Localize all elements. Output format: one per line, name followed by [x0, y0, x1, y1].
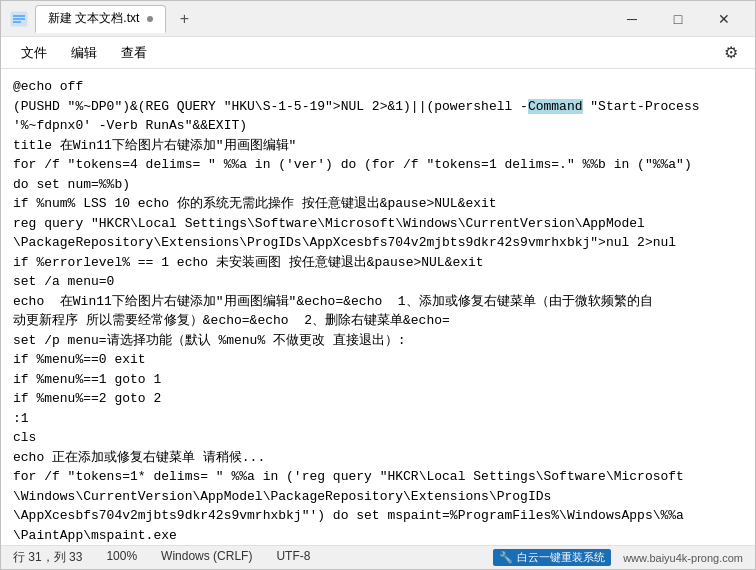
menu-file[interactable]: 文件	[9, 40, 59, 66]
menu-edit[interactable]: 编辑	[59, 40, 109, 66]
menu-bar: 文件 编辑 查看 ⚙	[1, 37, 755, 69]
tab-modified-dot	[147, 16, 153, 22]
main-window: 新建 文本文档.txt + ─ □ ✕ 文件 编辑 查看 ⚙ @echo off…	[0, 0, 756, 570]
cursor-position: 行 31，列 33	[13, 549, 82, 566]
zoom-level: 100%	[106, 549, 137, 566]
menu-bar-right: ⚙	[715, 39, 747, 67]
tab-label: 新建 文本文档.txt	[48, 10, 139, 27]
title-bar-controls: ─ □ ✕	[609, 1, 747, 37]
text-content[interactable]: @echo off (PUSHD "%~DP0")&(REG QUERY "HK…	[1, 69, 755, 545]
close-button[interactable]: ✕	[701, 1, 747, 37]
settings-button[interactable]: ⚙	[715, 39, 747, 67]
menu-bar-left: 文件 编辑 查看	[9, 40, 715, 66]
line-ending: Windows (CRLF)	[161, 549, 252, 566]
title-bar: 新建 文本文档.txt + ─ □ ✕	[1, 1, 755, 37]
status-bar: 行 31，列 33 100% Windows (CRLF) UTF-8 🔧 白云…	[1, 545, 755, 569]
menu-view[interactable]: 查看	[109, 40, 159, 66]
minimize-button[interactable]: ─	[609, 1, 655, 37]
tab-area: 新建 文本文档.txt +	[35, 5, 198, 33]
watermark-badge: 🔧 白云一键重装系统	[493, 549, 611, 566]
maximize-button[interactable]: □	[655, 1, 701, 37]
charset: UTF-8	[276, 549, 310, 566]
title-bar-left: 新建 文本文档.txt +	[9, 5, 609, 33]
active-tab[interactable]: 新建 文本文档.txt	[35, 5, 166, 33]
status-right: 🔧 白云一键重装系统 www.baiyu4k-prong.com	[493, 549, 743, 566]
app-icon	[9, 9, 29, 29]
new-tab-button[interactable]: +	[170, 5, 198, 33]
watermark-site: www.baiyu4k-prong.com	[623, 552, 743, 564]
watermark-icon: 🔧	[499, 551, 513, 564]
status-left: 行 31，列 33 100% Windows (CRLF) UTF-8	[13, 549, 310, 566]
watermark-text: 白云一键重装系统	[517, 550, 605, 565]
